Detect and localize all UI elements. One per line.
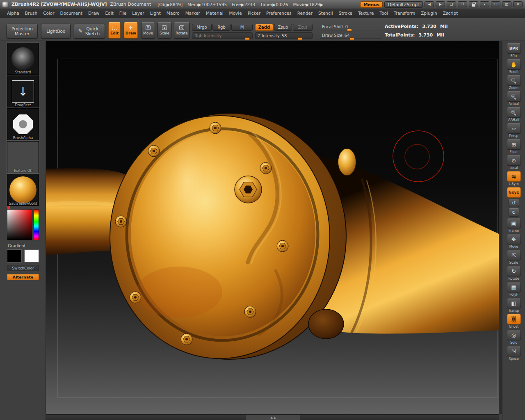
m-button[interactable]: M xyxy=(231,24,253,31)
menu-zscript[interactable]: Zscript xyxy=(440,9,461,18)
actual-button[interactable]: 1 xyxy=(507,91,521,102)
menu-document[interactable]: Document xyxy=(57,9,85,18)
scale-gizmo-button[interactable]: ⇱ xyxy=(507,250,521,260)
menu-file[interactable]: File xyxy=(116,9,130,18)
lsym-button[interactable]: ↹ xyxy=(507,171,521,182)
gxyz-button[interactable]: Gxyz xyxy=(507,187,521,198)
mrgb-button[interactable]: Mrgb xyxy=(192,24,212,31)
focal-shift-slider[interactable]: Focal Shift 0 xyxy=(320,24,381,30)
horizontal-scrollbar[interactable]: ▲ ▲ xyxy=(46,414,499,420)
draw-button[interactable]: ✛ Draw xyxy=(124,22,138,39)
xpose-button[interactable]: ⇲ xyxy=(507,346,521,356)
focal-shift-handle[interactable] xyxy=(347,29,352,32)
menu-draw[interactable]: Draw xyxy=(85,9,102,18)
current-texture-thumbnail[interactable]: Texture Off xyxy=(7,141,39,173)
hue-strip[interactable] xyxy=(34,209,39,240)
menu-stroke[interactable]: Stroke xyxy=(336,9,355,18)
default-zscript-button[interactable]: DefaultZScript xyxy=(384,1,423,8)
zcut-button[interactable]: Zcut xyxy=(293,24,313,31)
move-gizmo-button[interactable]: ✥ xyxy=(507,234,521,244)
draw-size-slider[interactable]: Draw Size 64 xyxy=(320,32,381,39)
scale-button[interactable]: S Scale xyxy=(158,22,171,39)
menu-marker[interactable]: Marker xyxy=(183,9,203,18)
quick-sketch-button[interactable]: ✎ Quick Sketch xyxy=(74,24,105,39)
menus-button[interactable]: Menus xyxy=(360,1,383,8)
menu-texture[interactable]: Texture xyxy=(355,9,377,18)
menu-light[interactable]: Light xyxy=(147,9,164,18)
menu-zplugin[interactable]: Zplugin xyxy=(418,9,440,18)
spin-left-button[interactable]: ↺ xyxy=(509,199,519,207)
menu-picker[interactable]: Picker xyxy=(245,9,263,18)
gradient-toggle[interactable]: Gradient xyxy=(7,244,39,248)
history-scrub-right-button[interactable]: ▶ xyxy=(436,1,445,7)
menu-tool[interactable]: Tool xyxy=(377,9,391,18)
restore-window-button[interactable]: ❒ xyxy=(491,1,500,7)
document-canvas[interactable] xyxy=(46,41,499,414)
solo-button[interactable]: ◎ xyxy=(507,330,521,340)
viewport-3d[interactable] xyxy=(46,41,499,414)
symmetry-icon: ↹ xyxy=(511,173,516,180)
current-material-thumbnail[interactable]: SaulsYellowGold xyxy=(7,174,39,206)
close-window-button[interactable]: ✕ xyxy=(513,1,523,7)
rgb-intensity-handle[interactable] xyxy=(245,37,250,40)
menu-edit[interactable]: Edit xyxy=(102,9,116,18)
current-stroke-thumbnail[interactable]: ↓ DragRect xyxy=(7,75,39,107)
switch-color-button[interactable]: SwitchColor xyxy=(7,265,39,271)
zsub-button[interactable]: Zsub xyxy=(274,24,292,31)
aahalf-button[interactable]: ½ xyxy=(507,107,521,118)
projection-master-button[interactable]: Projection Master xyxy=(7,24,38,39)
menu-transform[interactable]: Transform xyxy=(391,9,418,18)
menu-color[interactable]: Color xyxy=(40,9,57,18)
menu-render[interactable]: Render xyxy=(294,9,315,18)
scroll-button[interactable]: ✋ xyxy=(507,59,521,70)
local-button[interactable]: ⊙ xyxy=(507,155,521,166)
transp-button[interactable]: ◧ xyxy=(507,298,521,308)
zadd-button[interactable]: Zadd xyxy=(255,24,273,31)
menu-stencil[interactable]: Stencil xyxy=(315,9,336,18)
resize-window-button[interactable]: ◱ xyxy=(502,1,511,7)
menu-material[interactable]: Material xyxy=(203,9,226,18)
rotate-gizmo-button[interactable]: ↻ xyxy=(507,266,521,276)
z-intensity-handle[interactable] xyxy=(297,37,302,40)
color-picker[interactable] xyxy=(7,207,39,241)
collapse-ui-button[interactable]: ▾ xyxy=(480,1,489,7)
axle-housing-model[interactable] xyxy=(46,113,499,359)
floor-button[interactable]: ⊞ xyxy=(507,139,521,150)
draw-size-handle[interactable] xyxy=(349,37,354,40)
lock-button[interactable] xyxy=(469,1,478,7)
secondary-color-swatch[interactable] xyxy=(24,249,39,262)
menu-alpha[interactable]: Alpha xyxy=(4,9,22,18)
z-intensity-slider[interactable]: Z Intensity 58 xyxy=(255,32,313,39)
bpr-button[interactable]: BPR xyxy=(507,43,521,54)
current-alpha-thumbnail[interactable]: BrushAlpha xyxy=(7,108,39,140)
frame-button-label: Frame xyxy=(509,229,519,233)
spin-right-button[interactable]: ↻ xyxy=(509,208,519,217)
current-brush-thumbnail[interactable]: Standard xyxy=(7,43,39,75)
edit-button[interactable]: Edit xyxy=(108,22,121,39)
move-button[interactable]: M Move xyxy=(141,22,155,39)
persp-button[interactable]: ▱ xyxy=(507,123,521,134)
menu-movie[interactable]: Movie xyxy=(226,9,245,18)
doc-grab-button[interactable]: ❐ xyxy=(458,1,467,7)
zoom-button[interactable] xyxy=(507,75,521,86)
rgb-button[interactable]: Rgb xyxy=(212,24,231,31)
alternate-button[interactable]: Alternate xyxy=(7,274,39,280)
lightbox-button[interactable]: LightBox xyxy=(41,24,71,39)
saturation-value-square[interactable] xyxy=(7,209,32,240)
frame-button[interactable]: ▣ xyxy=(507,218,521,228)
history-scrub-left-button[interactable]: ◀ xyxy=(425,1,434,7)
menu-preferences[interactable]: Preferences xyxy=(263,9,294,18)
rgb-intensity-slider[interactable]: Rgb Intensity xyxy=(192,32,253,39)
menu-brush[interactable]: Brush xyxy=(22,9,40,18)
menu-layer[interactable]: Layer xyxy=(129,9,147,18)
menu-macro[interactable]: Macro xyxy=(164,9,183,18)
flange-bolt xyxy=(244,306,256,317)
vertical-scrollbar[interactable] xyxy=(499,41,502,414)
polyf-button[interactable]: ▦ xyxy=(507,282,521,292)
ghost-button[interactable]: ▒ xyxy=(507,314,521,324)
rotate-button[interactable]: R Rotate xyxy=(174,22,189,39)
stat-timer: Timer▶0.026 xyxy=(260,2,288,7)
doc-snapshot-button[interactable]: ❏ xyxy=(447,1,456,7)
main-color-swatch[interactable] xyxy=(7,249,22,262)
scrollbar-handle[interactable]: ▲ ▲ xyxy=(246,415,300,420)
